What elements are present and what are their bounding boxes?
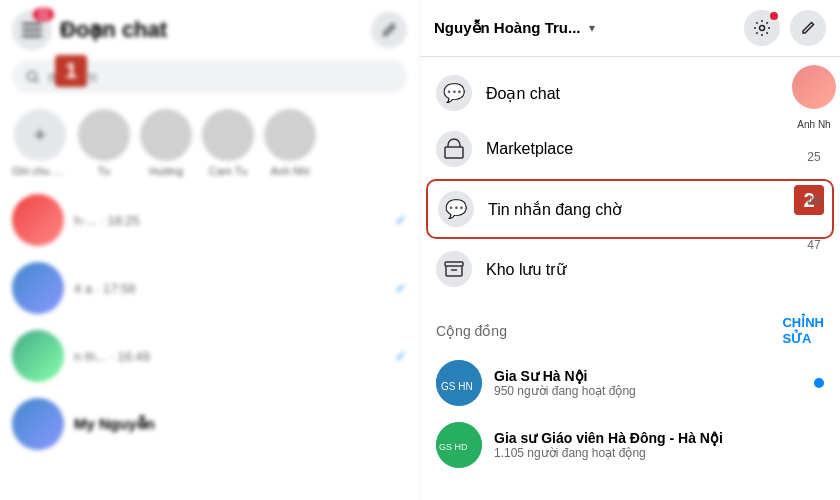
marketplace-icon <box>436 131 472 167</box>
chevron-down-icon[interactable]: ▾ <box>589 21 595 35</box>
svg-rect-1 <box>22 29 42 31</box>
chat-preview: n th... · 16:49 <box>74 349 385 364</box>
menu-button[interactable]: 11 <box>12 10 52 50</box>
avatar <box>12 262 64 314</box>
gear-icon <box>753 19 771 37</box>
read-check-icon: ✓ <box>395 348 407 364</box>
chat-meta: ✓ <box>395 212 407 228</box>
stories-row: + Ghi chu cũ... Tu Hương Cam Tu Anh Nhi <box>0 101 419 186</box>
avatar <box>12 330 64 382</box>
svg-point-3 <box>28 71 37 80</box>
community-subtitle-2: 1.105 người đang hoạt động <box>494 446 824 460</box>
svg-text:GS HD: GS HD <box>439 442 468 452</box>
user-name-label: Nguyễn Hoàng Tru... <box>434 19 581 37</box>
svg-rect-6 <box>445 262 463 266</box>
archive-icon <box>436 251 472 287</box>
settings-notification-dot <box>770 12 778 20</box>
table-row[interactable]: My Nguyễn <box>0 390 419 458</box>
chat-info: h-... · 18:25 <box>74 213 385 228</box>
story-add[interactable]: + Ghi chu cũ... <box>12 109 68 178</box>
left-title: Đoạn chat <box>60 17 363 43</box>
read-check-icon: ✓ <box>395 212 407 228</box>
side-number-2: 49 <box>807 194 820 208</box>
chat-list: h-... · 18:25 ✓ 4 a · 17:58 ✓ n th... · … <box>0 186 419 500</box>
header-icons <box>744 10 826 46</box>
story-tu[interactable]: Tu <box>78 109 130 178</box>
left-panel: 11 Đoạn chat + Ghi chu cũ... Tu Hương <box>0 0 420 500</box>
community-name-2: Gia sư Giáo viên Hà Đông - Hà Nội <box>494 430 824 446</box>
right-menu-wrapper: 💬 Đoạn chat 3 Marketplace 💬 Tin nhắn đan… <box>420 57 840 500</box>
community-item-gia-su-giao-vien[interactable]: GS HD Gia sư Giáo viên Hà Đông - Hà Nội … <box>420 414 840 476</box>
community-subtitle: 950 người đang hoạt động <box>494 384 802 398</box>
strip-avatar-anh-nhi <box>792 65 836 109</box>
chat-meta: ✓ <box>395 348 407 364</box>
svg-text:GS HN: GS HN <box>441 381 473 392</box>
svg-rect-0 <box>22 23 42 25</box>
chat-name: My Nguyễn <box>74 415 397 433</box>
story-cam-tu[interactable]: Cam Tu <box>202 109 254 178</box>
right-avatar-strip: Anh Nh 25 49 47 <box>788 57 840 500</box>
pending-message-label: Tin nhắn đang chờ <box>488 200 822 219</box>
story-anh-nhi[interactable]: Anh Nhi <box>264 109 316 178</box>
svg-rect-2 <box>22 35 42 37</box>
left-header: 11 Đoạn chat <box>0 0 419 60</box>
compose-button[interactable] <box>371 12 407 48</box>
annotation-label-1: 1 <box>55 55 87 87</box>
chat-info: My Nguyễn <box>74 415 397 433</box>
search-icon <box>26 70 40 84</box>
compose-right-button[interactable] <box>790 10 826 46</box>
community-avatar: GS HN <box>436 360 482 406</box>
chat-meta: ✓ <box>395 280 407 296</box>
table-row[interactable]: 4 a · 17:58 ✓ <box>0 254 419 322</box>
right-header: Nguyễn Hoàng Tru... ▾ <box>420 0 840 57</box>
side-number-1: 25 <box>807 150 820 164</box>
community-info-2: Gia sư Giáo viên Hà Đông - Hà Nội 1.105 … <box>494 430 824 460</box>
pending-message-icon: 💬 <box>438 191 474 227</box>
settings-button[interactable] <box>744 10 780 46</box>
avatar <box>12 398 64 450</box>
community-info: Gia Sư Hà Nội 950 người đang hoạt động <box>494 368 802 398</box>
community-section-title: Cộng đồng <box>436 323 507 339</box>
user-info[interactable]: Nguyễn Hoàng Tru... ▾ <box>434 19 595 37</box>
community-section-header: Cộng đồng CHỈNHSỬA <box>420 305 840 352</box>
table-row[interactable]: n th... · 16:49 ✓ <box>0 322 419 390</box>
strip-name-anh-nhi: Anh Nh <box>797 119 830 130</box>
chat-bubble-icon: 💬 <box>436 75 472 111</box>
read-check-icon: ✓ <box>395 280 407 296</box>
edit-icon <box>800 20 816 36</box>
svg-point-4 <box>760 26 765 31</box>
menu-item-tin-nhan-dang-cho[interactable]: 💬 Tin nhắn đang chờ 2 <box>426 179 834 239</box>
story-huong[interactable]: Hương <box>140 109 192 178</box>
avatar <box>12 194 64 246</box>
menu-item-doan-chat[interactable]: 💬 Đoạn chat 3 <box>420 65 840 121</box>
menu-item-label: Đoạn chat <box>486 84 788 103</box>
svg-rect-5 <box>445 147 463 158</box>
marketplace-label: Marketplace <box>486 140 824 158</box>
community-item-gia-su-ha-noi[interactable]: GS HN Gia Sư Hà Nội 950 người đang hoạt … <box>420 352 840 414</box>
archive-label: Kho lưu trữ <box>486 260 824 279</box>
right-panel: Nguyễn Hoàng Tru... ▾ 💬 Đoạn <box>420 0 840 500</box>
table-row[interactable]: h-... · 18:25 ✓ <box>0 186 419 254</box>
chat-preview: 4 a · 17:58 <box>74 281 385 296</box>
community-name: Gia Sư Hà Nội <box>494 368 802 384</box>
chat-info: 4 a · 17:58 <box>74 281 385 296</box>
search-input[interactable] <box>48 68 393 85</box>
side-number-3: 47 <box>807 238 820 252</box>
community-avatar-2: GS HD <box>436 422 482 468</box>
add-story-button[interactable]: + <box>14 109 66 161</box>
menu-badge: 11 <box>33 8 54 21</box>
menu-item-kho-luu-tru[interactable]: Kho lưu trữ <box>420 241 840 297</box>
menu-items-list: 💬 Đoạn chat 3 Marketplace 💬 Tin nhắn đan… <box>420 57 840 305</box>
story-add-label: Ghi chu cũ... <box>12 165 68 177</box>
menu-item-marketplace[interactable]: Marketplace <box>420 121 840 177</box>
chat-preview: h-... · 18:25 <box>74 213 385 228</box>
chat-info: n th... · 16:49 <box>74 349 385 364</box>
